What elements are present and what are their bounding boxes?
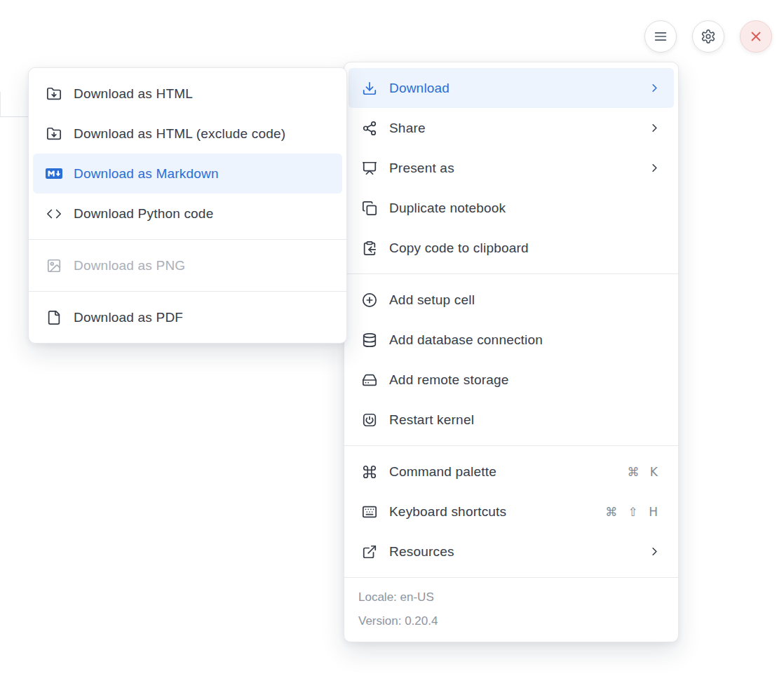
- menu-item-download[interactable]: Download: [349, 68, 674, 108]
- submenu-item-download-png[interactable]: Download as PNG: [33, 245, 342, 285]
- notebook-menu-button[interactable]: [644, 20, 677, 53]
- external-link-icon: [361, 543, 378, 560]
- menu-item-present-as[interactable]: Present as: [349, 148, 674, 188]
- folder-down-icon: [46, 86, 62, 102]
- notebook-screen: Download Share Present as: [0, 0, 784, 690]
- menu-item-label: Command palette: [389, 464, 616, 480]
- menu-item-label: Download as PDF: [74, 310, 330, 325]
- menu-item-label: Duplicate notebook: [389, 201, 661, 216]
- menu-item-label: Resources: [389, 544, 637, 560]
- submenu-item-download-html[interactable]: Download as HTML: [33, 74, 342, 114]
- notebook-actions-menu: Download Share Present as: [344, 62, 679, 642]
- duplicate-icon: [361, 200, 378, 217]
- menu-item-share[interactable]: Share: [349, 108, 674, 148]
- menu-item-label: Present as: [389, 161, 637, 176]
- menu-item-label: Add setup cell: [389, 292, 661, 308]
- menu-item-label: Keyboard shortcuts: [389, 504, 594, 520]
- presentation-icon: [361, 160, 378, 177]
- shortcut-text: ⌘ K: [627, 465, 661, 479]
- menu-item-label: Download: [389, 81, 637, 96]
- menu-item-add-remote-storage[interactable]: Add remote storage: [349, 360, 674, 400]
- menu-item-add-database-connection[interactable]: Add database connection: [349, 320, 674, 360]
- share-icon: [361, 120, 378, 137]
- code-icon: [46, 205, 62, 222]
- power-icon: [361, 412, 378, 428]
- version-text: Version: 0.20.4: [358, 609, 664, 633]
- menu-separator: [344, 445, 678, 446]
- menu-separator: [344, 273, 678, 274]
- menu-item-label: Download Python code: [74, 206, 330, 222]
- submenu-item-download-html-exclude-code[interactable]: Download as HTML (exclude code): [33, 114, 342, 154]
- background-cell-edge: [0, 92, 28, 117]
- menu-item-label: Download as HTML: [74, 86, 330, 102]
- keyboard-icon: [361, 503, 378, 520]
- menu-item-label: Add remote storage: [389, 372, 661, 388]
- menu-footer: Locale: en-US Version: 0.20.4: [344, 577, 678, 642]
- gear-icon: [701, 29, 716, 44]
- menu-item-resources[interactable]: Resources: [349, 532, 674, 571]
- close-button[interactable]: [740, 20, 772, 53]
- database-icon: [361, 332, 378, 349]
- menu-item-label: Add database connection: [389, 332, 661, 348]
- markdown-icon: [46, 165, 62, 182]
- clipboard-copy-icon: [361, 240, 378, 257]
- menu-item-command-palette[interactable]: Command palette ⌘ K: [349, 452, 674, 492]
- menu-item-label: Copy code to clipboard: [389, 241, 661, 256]
- menu-item-label: Download as Markdown: [74, 166, 330, 182]
- menu-item-add-setup-cell[interactable]: Add setup cell: [349, 280, 674, 320]
- submenu-item-download-python-code[interactable]: Download Python code: [33, 194, 342, 234]
- file-icon: [46, 309, 62, 326]
- menu-item-label: Download as HTML (exclude code): [74, 126, 330, 142]
- menu-item-restart-kernel[interactable]: Restart kernel: [349, 400, 674, 440]
- settings-button[interactable]: [692, 20, 724, 53]
- close-icon: [748, 29, 764, 44]
- folder-down-icon: [46, 126, 62, 142]
- chevron-right-icon: [648, 121, 661, 135]
- menu-separator: [29, 291, 346, 292]
- image-icon: [46, 257, 62, 274]
- menu-separator: [29, 239, 346, 240]
- menu-item-keyboard-shortcuts[interactable]: Keyboard shortcuts ⌘ ⇧ H: [349, 492, 674, 532]
- circle-plus-icon: [361, 292, 378, 309]
- chevron-right-icon: [648, 81, 661, 95]
- menu-item-label: Restart kernel: [389, 412, 661, 428]
- menu-item-label: Share: [389, 121, 637, 136]
- download-submenu: Download as HTML Download as HTML (exclu…: [28, 67, 347, 344]
- chevron-right-icon: [648, 545, 661, 558]
- menu-item-duplicate-notebook[interactable]: Duplicate notebook: [349, 188, 674, 228]
- hard-drive-icon: [361, 372, 378, 388]
- command-icon: [361, 464, 378, 480]
- download-icon: [361, 80, 378, 97]
- shortcut-text: ⌘ ⇧ H: [605, 505, 661, 519]
- submenu-item-download-pdf[interactable]: Download as PDF: [33, 297, 342, 337]
- menu-item-copy-code[interactable]: Copy code to clipboard: [349, 228, 674, 268]
- menu-item-label: Download as PNG: [74, 258, 330, 273]
- locale-text: Locale: en-US: [358, 586, 664, 609]
- chevron-right-icon: [648, 161, 661, 175]
- hamburger-icon: [653, 29, 668, 44]
- submenu-item-download-markdown[interactable]: Download as Markdown: [33, 154, 342, 194]
